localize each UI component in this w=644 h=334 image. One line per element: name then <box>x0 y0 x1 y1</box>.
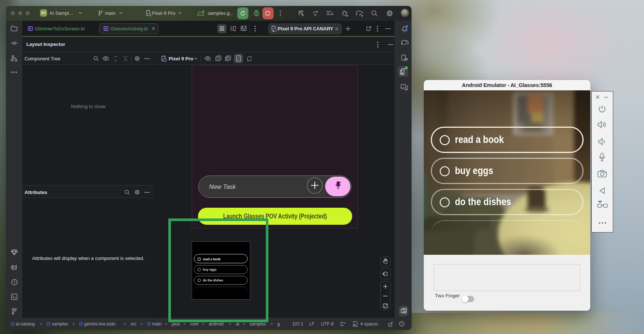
svg-text:A: A <box>314 13 317 17</box>
